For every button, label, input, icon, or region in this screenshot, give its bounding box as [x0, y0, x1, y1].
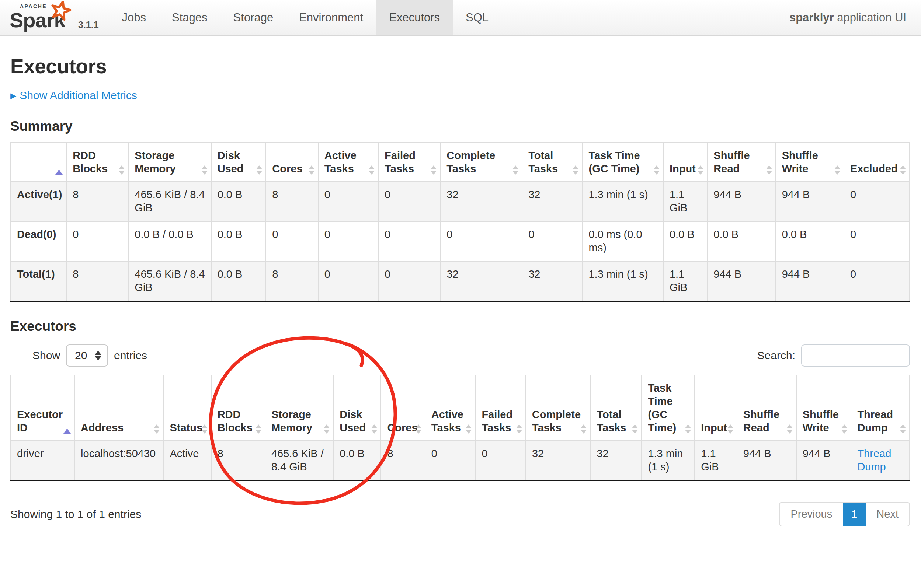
table-cell: 32 [590, 441, 641, 481]
column-header-status[interactable]: Status [163, 375, 211, 441]
table-cell: 0.0 B [776, 221, 844, 261]
sort-icon [255, 424, 261, 434]
table-cell: 1.1 GiB [663, 182, 707, 221]
header-row: RDD BlocksStorage MemoryDisk UsedCoresAc… [11, 143, 910, 182]
column-header-failed-tasks[interactable]: Failed Tasks [378, 143, 440, 182]
column-header-task-time-gc-time[interactable]: Task Time (GC Time) [641, 375, 695, 441]
column-header-label: Storage Memory [135, 149, 176, 175]
main-content: Executors ▶ Show Additional Metrics Summ… [0, 55, 921, 526]
column-header-cores[interactable]: Cores [381, 375, 425, 441]
table-cell: 0 [378, 221, 440, 261]
column-header-disk-used[interactable]: Disk Used [211, 143, 266, 182]
table-cell: 465.6 KiB / 8.4 GiB [128, 182, 211, 221]
column-header-label: Total Tasks [597, 409, 626, 434]
column-header-active-tasks[interactable]: Active Tasks [425, 375, 476, 441]
column-header-cores[interactable]: Cores [266, 143, 318, 182]
table-cell: 0 [522, 221, 582, 261]
page-length-control: Show 20 entries [33, 344, 147, 367]
table-cell: Active [163, 441, 211, 481]
column-header-active-tasks[interactable]: Active Tasks [318, 143, 378, 182]
sort-icon [787, 424, 793, 434]
sort-ascending-icon [63, 429, 71, 434]
column-header-storage-memory[interactable]: Storage Memory [265, 375, 333, 441]
spark-logo-apache: APACHE [20, 3, 47, 9]
table-cell: 0.0 B [663, 221, 707, 261]
column-header-shuffle-read[interactable]: Shuffle Read [707, 143, 775, 182]
column-header-failed-tasks[interactable]: Failed Tasks [475, 375, 526, 441]
showing-entries-status: Showing 1 to 1 of 1 entries [10, 508, 141, 521]
nav-tab-environment[interactable]: Environment [286, 0, 376, 36]
column-header-blank[interactable] [11, 143, 67, 182]
table-cell: 8 [266, 261, 318, 301]
row-label: Total(1) [11, 261, 67, 301]
summary-table: RDD BlocksStorage MemoryDisk UsedCoresAc… [10, 142, 910, 302]
table-cell: 944 B [707, 182, 775, 221]
nav-tab-stages[interactable]: Stages [159, 0, 220, 36]
thread-dump-link[interactable]: Thread Dump [857, 448, 891, 473]
column-header-input[interactable]: Input [663, 143, 707, 182]
column-header-rdd-blocks[interactable]: RDD Blocks [67, 143, 128, 182]
table-row: Dead(0)00.0 B / 0.0 B0.0 B000000.0 ms (0… [11, 221, 910, 261]
table-cell: 0 [425, 441, 476, 481]
nav-tab-sql[interactable]: SQL [453, 0, 501, 36]
table-cell: 944 B [796, 441, 851, 481]
column-header-excluded[interactable]: Excluded [844, 143, 910, 182]
spark-version: 3.1.1 [78, 19, 99, 30]
column-header-label: Task Time (GC Time) [588, 149, 639, 175]
sort-icon [516, 424, 522, 434]
column-header-label: Excluded [850, 163, 898, 175]
table-footer: Showing 1 to 1 of 1 entries Previous 1 N… [10, 502, 910, 526]
column-header-label: Total Tasks [528, 149, 558, 175]
column-header-input[interactable]: Input [695, 375, 737, 441]
table-cell: 944 B [776, 182, 844, 221]
column-header-complete-tasks[interactable]: Complete Tasks [440, 143, 522, 182]
column-header-shuffle-write[interactable]: Shuffle Write [796, 375, 851, 441]
column-header-executor-id[interactable]: Executor ID [11, 375, 75, 441]
sort-icon [834, 166, 840, 175]
table-cell: 0.0 B [707, 221, 775, 261]
expand-triangle-icon: ▶ [10, 92, 16, 99]
search-control: Search: [757, 344, 910, 367]
nav-tab-storage[interactable]: Storage [220, 0, 286, 36]
column-header-task-time-gc-time[interactable]: Task Time (GC Time) [582, 143, 663, 182]
table-cell: 0 [318, 261, 378, 301]
column-header-disk-used[interactable]: Disk Used [333, 375, 381, 441]
column-header-storage-memory[interactable]: Storage Memory [128, 143, 211, 182]
previous-page-button[interactable]: Previous [780, 502, 843, 526]
application-name: sparklyr [789, 11, 834, 24]
column-header-label: Shuffle Write [803, 409, 839, 434]
table-cell: 0 [475, 441, 526, 481]
sort-icon [309, 166, 314, 175]
sort-icon [465, 424, 472, 434]
nav-tab-executors[interactable]: Executors [376, 0, 453, 36]
sort-icon [685, 424, 691, 434]
sort-icon [727, 424, 733, 434]
table-cell: 32 [440, 261, 522, 301]
column-header-rdd-blocks[interactable]: RDD Blocks [211, 375, 265, 441]
row-label: Active(1) [11, 182, 67, 221]
column-header-complete-tasks[interactable]: Complete Tasks [526, 375, 591, 441]
column-header-shuffle-read[interactable]: Shuffle Read [737, 375, 796, 441]
sort-ascending-icon [55, 169, 63, 175]
column-header-label: Status [169, 422, 202, 434]
column-header-total-tasks[interactable]: Total Tasks [590, 375, 641, 441]
table-cell: 0.0 B [211, 182, 266, 221]
column-header-shuffle-write[interactable]: Shuffle Write [776, 143, 844, 182]
sort-icon [202, 166, 208, 175]
table-cell: 1.3 min (1 s) [582, 261, 663, 301]
nav-tab-jobs[interactable]: Jobs [109, 0, 159, 36]
show-additional-metrics-link[interactable]: ▶ Show Additional Metrics [10, 89, 910, 102]
column-header-label: Active Tasks [431, 409, 464, 434]
table-cell: localhost:50430 [75, 441, 163, 481]
table-cell: 0 [67, 221, 128, 261]
column-header-thread-dump[interactable]: Thread Dump [851, 375, 910, 441]
page-1-button[interactable]: 1 [843, 502, 866, 526]
column-header-total-tasks[interactable]: Total Tasks [522, 143, 582, 182]
executors-table: Executor IDAddressStatusRDD BlocksStorag… [10, 375, 910, 481]
search-input[interactable] [801, 344, 910, 367]
table-cell: 1.1 GiB [695, 441, 737, 481]
column-header-address[interactable]: Address [75, 375, 163, 441]
next-page-button[interactable]: Next [866, 502, 909, 526]
table-cell: 0 [844, 261, 910, 301]
page-size-select[interactable]: 20 [66, 344, 108, 367]
